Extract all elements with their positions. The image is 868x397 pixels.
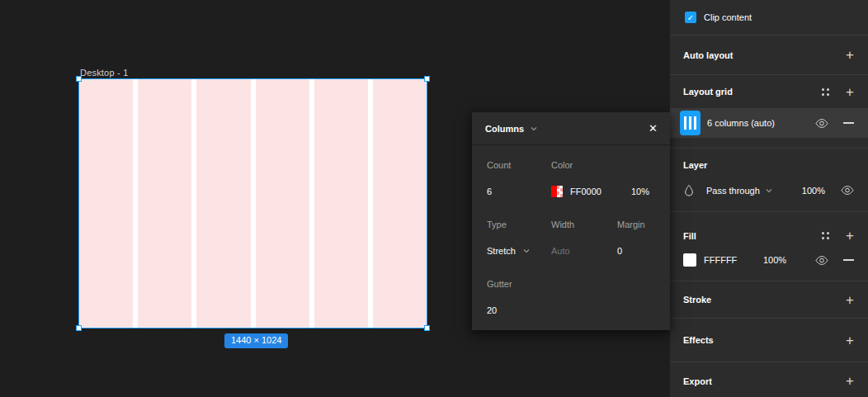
width-label: Width bbox=[551, 220, 617, 229]
type-dropdown[interactable]: Stretch bbox=[487, 246, 551, 256]
margin-input[interactable]: 0 bbox=[617, 246, 670, 256]
type-label: Type bbox=[487, 220, 551, 229]
color-label: Color bbox=[551, 160, 617, 170]
layout-grid-column bbox=[256, 79, 309, 328]
blend-mode-icon[interactable] bbox=[684, 184, 694, 196]
gutter-label: Gutter bbox=[487, 279, 551, 289]
layer-section: Layer Pass through 100% bbox=[670, 149, 868, 212]
width-input[interactable]: Auto bbox=[551, 246, 617, 256]
fill-styles-icon[interactable] bbox=[822, 232, 829, 239]
chevron-down-icon bbox=[531, 126, 537, 131]
resize-handle-bottom-left[interactable] bbox=[76, 325, 82, 331]
remove-fill-icon[interactable] bbox=[843, 259, 854, 261]
dimensions-badge: 1440 × 1024 bbox=[224, 333, 288, 348]
layout-grid-column bbox=[138, 79, 191, 328]
layout-grid-title: Layout grid bbox=[683, 87, 733, 97]
grid-color-opacity-input[interactable]: 10% bbox=[617, 187, 670, 196]
popup-header: Columns ✕ bbox=[472, 112, 670, 145]
auto-layout-title: Auto layout bbox=[683, 50, 734, 60]
layout-grid-row[interactable]: 6 columns (auto) bbox=[670, 108, 868, 138]
effects-section: Effects + bbox=[670, 319, 868, 362]
grid-color-hex-input[interactable]: FF0000 bbox=[570, 187, 601, 196]
columns-grid-icon[interactable] bbox=[680, 111, 701, 135]
check-icon: ✓ bbox=[687, 13, 694, 22]
stroke-title: Stroke bbox=[683, 295, 711, 305]
stroke-section: Stroke + bbox=[670, 281, 868, 319]
add-export-button[interactable]: + bbox=[846, 374, 854, 388]
layout-grid-row-label: 6 columns (auto) bbox=[707, 118, 815, 128]
layer-title: Layer bbox=[683, 160, 854, 170]
chevron-down-icon bbox=[523, 248, 530, 253]
gutter-input[interactable]: 20 bbox=[487, 305, 551, 315]
fill-hex-input[interactable]: FFFFFF bbox=[704, 255, 763, 265]
resize-handle-top-right[interactable] bbox=[424, 76, 430, 82]
close-icon[interactable]: ✕ bbox=[649, 123, 658, 134]
properties-panel: ✓ Clip content Auto layout + Layout grid… bbox=[670, 0, 868, 397]
grid-type-dropdown[interactable]: Columns bbox=[485, 124, 524, 134]
layout-grid-settings-popup: Columns ✕ Count Color 6 FF0000 10% Typ bbox=[472, 112, 670, 330]
chevron-down-icon bbox=[766, 188, 772, 193]
remove-grid-icon[interactable] bbox=[843, 122, 854, 124]
selected-frame[interactable] bbox=[79, 79, 427, 328]
figma-app: Desktop - 1 1440 × 1024 Columns ✕ Count bbox=[0, 0, 868, 397]
layout-grid-column bbox=[314, 79, 368, 328]
layout-grid-column bbox=[196, 79, 250, 328]
frame-name-label[interactable]: Desktop - 1 bbox=[80, 68, 128, 78]
add-layout-grid-button[interactable]: + bbox=[846, 85, 854, 99]
fill-opacity-input[interactable]: 100% bbox=[763, 255, 786, 265]
fill-section: Fill + FFFFFF 100% bbox=[670, 212, 868, 281]
fill-color-swatch[interactable] bbox=[683, 253, 696, 267]
count-label: Count bbox=[487, 160, 551, 170]
margin-label: Margin bbox=[617, 220, 670, 229]
layout-grid-section: Layout grid + 6 columns (auto) bbox=[670, 75, 868, 149]
layer-opacity-input[interactable]: 100% bbox=[802, 186, 825, 196]
blend-mode-dropdown[interactable]: Pass through bbox=[706, 186, 760, 196]
eye-icon[interactable] bbox=[841, 185, 854, 196]
grid-color-swatch[interactable] bbox=[551, 186, 563, 197]
add-stroke-button[interactable]: + bbox=[846, 293, 854, 307]
fill-title: Fill bbox=[683, 231, 696, 241]
resize-handle-top-left[interactable] bbox=[76, 76, 82, 82]
resize-handle-bottom-right[interactable] bbox=[424, 325, 430, 331]
eye-icon[interactable] bbox=[815, 118, 828, 129]
popup-body: Count Color 6 FF0000 10% Type Width Marg… bbox=[472, 158, 670, 317]
count-input[interactable]: 6 bbox=[487, 187, 551, 196]
clip-content-checkbox[interactable]: ✓ bbox=[685, 12, 696, 23]
add-effect-button[interactable]: + bbox=[846, 333, 854, 347]
add-auto-layout-button[interactable]: + bbox=[846, 48, 854, 62]
clip-content-row: ✓ Clip content bbox=[670, 0, 868, 35]
clip-content-label: Clip content bbox=[704, 12, 752, 22]
export-title: Export bbox=[683, 376, 712, 386]
layout-grid-column bbox=[373, 79, 427, 328]
eye-icon[interactable] bbox=[815, 255, 828, 266]
layout-grid-column bbox=[79, 79, 133, 328]
add-fill-button[interactable]: + bbox=[846, 229, 854, 243]
auto-layout-section: Auto layout + bbox=[670, 35, 868, 75]
grid-styles-icon[interactable] bbox=[822, 88, 829, 96]
fill-row: FFFFFF 100% bbox=[683, 253, 854, 267]
effects-title: Effects bbox=[683, 335, 714, 345]
export-section: Export + bbox=[670, 362, 868, 397]
